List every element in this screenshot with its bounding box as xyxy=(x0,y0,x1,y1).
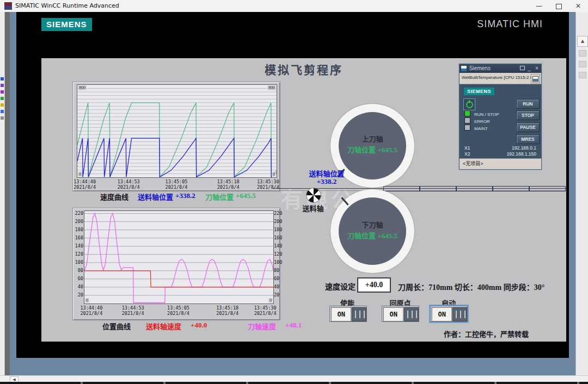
legend-knife-position-value: +645.5 xyxy=(236,191,256,200)
plcsim-close-button[interactable]: × xyxy=(533,64,541,73)
home-toggle[interactable]: ON xyxy=(382,306,419,322)
plcsim-instance-button[interactable] xyxy=(531,74,540,83)
y-tick-label: 40 xyxy=(274,284,284,289)
background-window-sliver-right[interactable]: ▲ xyxy=(575,12,588,375)
y-axis-min-label: 0 xyxy=(78,172,82,177)
background-project-tree-icon xyxy=(1,90,4,94)
y-tick-label: 160 xyxy=(274,235,284,240)
plcsim-instance-selector[interactable]: WetBulbTemperature [CPU 1515-2 PN xyxy=(460,73,541,84)
legend-feed-position-value: +338.2 xyxy=(175,191,195,200)
start-toggle[interactable]: ON xyxy=(430,306,468,322)
material-cut-segment xyxy=(493,186,529,191)
background-icon xyxy=(579,61,586,67)
y-tick-label: 80 xyxy=(274,268,284,273)
hmi-bezel-bottom xyxy=(10,358,575,375)
legend-knife-position-label: 刀轴位置 xyxy=(205,191,234,202)
scroll-up-arrow-icon[interactable]: ▲ xyxy=(577,36,588,47)
pause-button[interactable]: PAUSE xyxy=(516,122,540,132)
plcsim-float-button[interactable] xyxy=(518,64,526,73)
chart-title: 位置曲线 xyxy=(102,321,131,331)
y-axis-max-label: 800 xyxy=(78,85,87,90)
y-axis-left: 22020018016014012010080604020 xyxy=(73,210,83,303)
background-window-sliver-left[interactable] xyxy=(0,12,5,375)
window-frame-gap xyxy=(5,12,10,375)
plcsim-siemens-logo: SIEMENS xyxy=(464,88,494,95)
material-cut-segment xyxy=(456,186,493,191)
background-project-tree-icon xyxy=(1,84,4,87)
legend-knife-speed-value: +48.1 xyxy=(285,321,302,330)
maint-led-row: MAINT xyxy=(464,125,488,132)
lower-shaft-position: 刀轴位置 +645.5 xyxy=(318,230,427,240)
screenshot-root: SIMATIC WinCC Runtime Advanced — ✕ ▲ ◀ T… xyxy=(0,0,588,384)
minimize-button[interactable]: — xyxy=(529,0,549,12)
y-tick-label: 220 xyxy=(73,210,83,216)
y-tick-label: 120 xyxy=(73,251,83,257)
background-icon xyxy=(579,72,586,78)
time-tick-label: 13:44:532021/8/4 xyxy=(122,305,144,316)
time-axis: 13:44:402021/8/413:44:532021/8/413:45:05… xyxy=(77,179,276,191)
stop-button[interactable]: STOP xyxy=(516,110,540,120)
y-tick-label: 20 xyxy=(274,292,284,298)
upper-shaft-position: 刀轴位置 +645.5 xyxy=(318,144,427,154)
material-cut-segment xyxy=(529,186,566,191)
toggle-grip[interactable] xyxy=(452,307,467,321)
speed-trend-plot[interactable]: 800 800 0 0 xyxy=(77,84,277,178)
feed-axis-label: 送料轴 xyxy=(291,203,335,213)
background-project-tree-icon xyxy=(1,116,4,120)
y-tick-label: 180 xyxy=(73,227,83,232)
toggle-grip[interactable] xyxy=(352,307,366,321)
y-tick-label: 60 xyxy=(73,276,83,281)
y-axis-min-label: 0 xyxy=(268,298,273,303)
enable-toggle[interactable]: ON xyxy=(329,306,367,322)
time-axis: 13:44:402021/8/413:44:532021/8/413:45:05… xyxy=(84,305,273,317)
upper-shaft-name: 上刀轴 xyxy=(318,133,427,144)
interface-x1: X1192.168.0.1 xyxy=(464,145,536,151)
y-tick-label: 100 xyxy=(73,259,83,265)
time-tick-label: 13:45:052021/8/4 xyxy=(167,305,189,316)
y-tick-label: 100 xyxy=(274,259,284,265)
power-button[interactable] xyxy=(463,98,475,110)
process-parameters: 刀周长：710mm 切长：400mm 同步段：30° xyxy=(398,281,544,292)
close-button[interactable]: ✕ xyxy=(568,0,588,12)
y-tick-label: 140 xyxy=(73,243,83,249)
time-tick-label: 13:44:402021/8/4 xyxy=(74,179,96,190)
time-tick-label: 13:45:182021/8/4 xyxy=(216,305,238,316)
background-project-tree-icon xyxy=(1,103,4,107)
run-button[interactable]: RUN xyxy=(516,99,540,109)
position-trend-plot[interactable]: 0 0 xyxy=(84,210,274,304)
author-note: 作者：工控佬牛，严禁转载 xyxy=(444,329,529,339)
plcsim-titlebar[interactable]: Siemens _ × xyxy=(460,64,541,73)
y-axis-right: 22020018016014012010080604020 xyxy=(274,210,284,303)
background-project-tree-icon xyxy=(1,110,4,113)
time-tick-label: 13:45:302021/8/4 xyxy=(254,305,277,316)
background-icon xyxy=(579,50,586,57)
plcsim-project-selector[interactable]: <无项目> xyxy=(460,158,541,169)
toggle-on-label: ON xyxy=(383,307,403,321)
legend-knife-speed-label: 刀轴速度 xyxy=(248,321,276,331)
toggle-grip[interactable] xyxy=(404,307,419,321)
interface-x2: X2192.168.1.150 xyxy=(464,151,536,157)
legend-feed-speed-label: 送料轴速度 xyxy=(146,321,181,331)
y-tick-label: 180 xyxy=(274,227,284,232)
bottom-window-edge xyxy=(0,382,588,384)
background-project-tree-icon xyxy=(1,97,4,100)
plcsim-minimize-button[interactable]: _ xyxy=(525,64,533,73)
y-tick-label: 40 xyxy=(73,284,83,289)
y-axis-min-label: 0 xyxy=(272,172,276,177)
plcsim-instance-name: WetBulbTemperature [CPU 1515-2 PN xyxy=(462,75,536,80)
maximize-button[interactable] xyxy=(549,0,568,12)
y-axis-max-label: 800 xyxy=(267,85,276,90)
y-tick-label: 20 xyxy=(73,292,83,298)
y-tick-label: 60 xyxy=(274,276,284,281)
time-tick-label: 13:45:182021/8/4 xyxy=(217,179,240,190)
y-tick-label: 160 xyxy=(73,235,83,240)
error-led xyxy=(464,117,470,123)
speed-trend-chart[interactable]: 800 800 0 0 13:44:402021/8/413:44:532021… xyxy=(72,82,280,191)
mres-button[interactable]: MRES xyxy=(516,134,540,144)
speed-setpoint-input[interactable] xyxy=(357,277,391,293)
y-tick-label: 140 xyxy=(274,243,284,249)
time-tick-label: 13:45:052021/8/4 xyxy=(166,179,188,190)
wincc-app-icon xyxy=(4,2,12,10)
position-trend-chart[interactable]: 22020018016014012010080604020 2202001801… xyxy=(72,208,280,320)
simatic-hmi-label: SIMATIC HMI xyxy=(477,18,543,30)
